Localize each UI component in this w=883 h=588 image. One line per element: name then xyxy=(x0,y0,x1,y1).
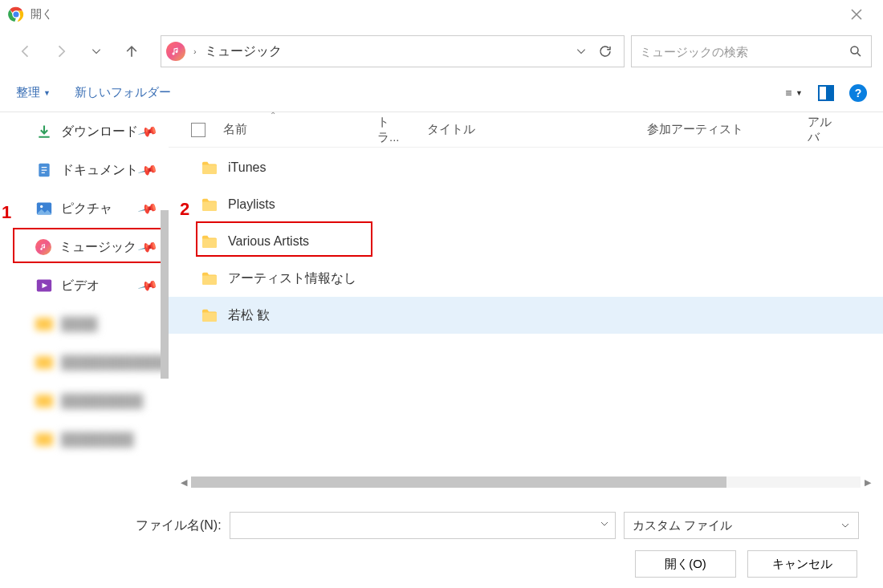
sidebar-item-label: ビデオ xyxy=(61,278,100,294)
filename-label: ファイル名(N): xyxy=(24,517,222,534)
breadcrumb[interactable]: › ミュージック xyxy=(161,35,625,67)
file-filter-value: カスタム ファイル xyxy=(633,518,732,533)
sidebar-item-label: ミュージック xyxy=(59,239,136,256)
new-folder-button[interactable]: 新しいフォルダー xyxy=(75,85,171,100)
column-header-title[interactable]: タイトル xyxy=(419,122,639,137)
sidebar-item-blurred[interactable]: ████ xyxy=(0,305,169,343)
file-name: Various Artists xyxy=(228,234,309,249)
sidebar-item-downloads[interactable]: ダウンロード 📌 xyxy=(0,112,169,151)
up-button[interactable] xyxy=(117,37,146,66)
sidebar-item-pictures[interactable]: ピクチャ 📌 xyxy=(0,189,169,228)
sidebar-item-blurred[interactable]: ████████████ xyxy=(0,343,169,382)
column-header-artist[interactable]: 参加アーティスト xyxy=(639,122,800,137)
file-row[interactable]: Playlists xyxy=(169,186,883,223)
sidebar-item-music[interactable]: ミュージック 📌 xyxy=(0,228,169,266)
music-icon xyxy=(166,42,185,61)
column-header-track[interactable]: トラ... xyxy=(369,115,419,145)
chevron-down-icon xyxy=(840,521,850,530)
file-name: アーティスト情報なし xyxy=(228,270,356,287)
pin-icon: 📌 xyxy=(137,121,159,142)
svg-point-6 xyxy=(40,205,43,208)
search-box[interactable] xyxy=(631,35,872,67)
document-icon xyxy=(35,161,53,179)
file-filter-combo[interactable]: カスタム ファイル xyxy=(624,512,859,539)
column-header-name[interactable]: 名前 ⌃ xyxy=(215,122,369,137)
folder-icon xyxy=(201,160,218,175)
file-name: iTunes xyxy=(228,160,266,175)
breadcrumb-location[interactable]: ミュージック xyxy=(205,43,282,60)
file-row[interactable]: アーティスト情報なし xyxy=(169,260,883,297)
pin-icon: 📌 xyxy=(137,237,159,258)
scroll-left-icon[interactable]: ◀ xyxy=(177,477,191,488)
video-icon xyxy=(35,277,53,294)
sidebar-item-blurred[interactable]: █████████ xyxy=(0,382,169,420)
sidebar-item-blurred[interactable]: ████████ xyxy=(0,420,169,459)
organize-button[interactable]: 整理 ▼ xyxy=(16,85,51,100)
svg-point-3 xyxy=(851,47,858,54)
folder-icon xyxy=(201,271,218,286)
sort-asc-icon: ⌃ xyxy=(270,111,276,120)
forward-button[interactable] xyxy=(47,37,75,66)
refresh-button[interactable] xyxy=(598,44,612,59)
music-icon xyxy=(35,239,51,255)
file-row[interactable]: 若松 歓 xyxy=(169,297,883,334)
sidebar-item-label: ドキュメント xyxy=(61,162,138,179)
column-header-row: 名前 ⌃ トラ... タイトル 参加アーティスト アルバ xyxy=(169,112,883,148)
filename-dropdown-icon[interactable] xyxy=(600,519,609,529)
sidebar: 1 ダウンロード 📌 ドキュメント 📌 ピクチャ 📌 xyxy=(0,112,169,489)
sidebar-item-label: ピクチャ xyxy=(61,201,112,217)
window-title: 開く xyxy=(31,7,838,22)
search-input[interactable] xyxy=(640,45,848,59)
sidebar-item-documents[interactable]: ドキュメント 📌 xyxy=(0,151,169,189)
select-all-checkbox[interactable] xyxy=(191,123,205,137)
chrome-icon xyxy=(8,6,24,22)
cancel-button[interactable]: キャンセル xyxy=(747,550,857,578)
pin-icon: 📌 xyxy=(137,275,159,296)
history-dropdown-button[interactable] xyxy=(82,37,111,66)
pin-icon: 📌 xyxy=(137,198,159,219)
back-button[interactable] xyxy=(11,37,40,66)
folder-icon xyxy=(201,234,218,249)
view-mode-button[interactable]: ▼ xyxy=(785,84,803,102)
sidebar-scrollbar[interactable] xyxy=(161,210,169,379)
open-button[interactable]: 開く(O) xyxy=(635,550,736,578)
sidebar-item-videos[interactable]: ビデオ 📌 xyxy=(0,266,169,305)
chevron-right-icon: › xyxy=(190,47,200,56)
help-button[interactable]: ? xyxy=(849,84,867,102)
filename-input[interactable] xyxy=(230,512,616,539)
pin-icon: 📌 xyxy=(137,160,159,180)
file-row[interactable]: Various Artists xyxy=(169,223,883,260)
breadcrumb-dropdown-icon[interactable] xyxy=(576,46,587,57)
horizontal-scrollbar[interactable]: ◀ ▶ xyxy=(169,475,883,489)
file-name: Playlists xyxy=(228,197,275,212)
sidebar-item-label: ダウンロード xyxy=(61,124,138,140)
preview-pane-button[interactable] xyxy=(817,84,835,102)
file-row[interactable]: iTunes xyxy=(169,149,883,186)
file-list: iTunes Playlists Various Artists アーティスト情… xyxy=(169,148,883,475)
column-header-album[interactable]: アルバ xyxy=(800,115,840,145)
file-name: 若松 歓 xyxy=(228,307,270,324)
search-icon[interactable] xyxy=(848,44,863,59)
close-button[interactable] xyxy=(838,0,875,29)
folder-icon xyxy=(201,197,218,212)
folder-icon xyxy=(201,308,218,322)
download-icon xyxy=(35,123,53,140)
picture-icon xyxy=(35,200,53,217)
scroll-right-icon[interactable]: ▶ xyxy=(861,477,875,488)
